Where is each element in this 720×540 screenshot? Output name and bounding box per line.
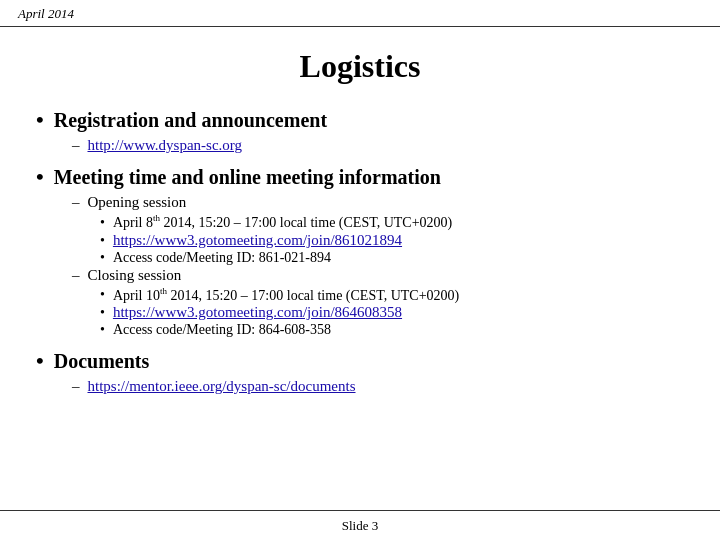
bullet-registration: • Registration and announcement – http:/… (36, 107, 684, 154)
bullet-documents: • Documents – https://mentor.ieee.org/dy… (36, 348, 684, 395)
bottom-bar: Slide 3 (0, 510, 720, 540)
sub-item-closing: – Closing session (72, 267, 684, 284)
link-dyspan[interactable]: http://www.dyspan-sc.org (88, 137, 243, 154)
bullet-text-registration: Registration and announcement (54, 109, 327, 132)
slide-content: Logistics • Registration and announcemen… (0, 30, 720, 510)
slide-date-label: April 2014 (18, 6, 74, 22)
bullet-dot-documents: • (36, 348, 44, 374)
bullet-opening-link: • (100, 233, 105, 249)
closing-link-item: • https://www3.gotomeeting.com/join/8646… (100, 304, 684, 321)
link-gotomeeting-opening[interactable]: https://www3.gotomeeting.com/join/861021… (113, 232, 402, 249)
opening-access-text: Access code/Meeting ID: 861-021-894 (113, 250, 331, 266)
bullet-text-meeting: Meeting time and online meeting informat… (54, 166, 441, 189)
bullet-meeting: • Meeting time and online meeting inform… (36, 164, 684, 338)
opening-link-item: • https://www3.gotomeeting.com/join/8610… (100, 232, 684, 249)
top-bar: April 2014 (0, 0, 720, 27)
slide-number: Slide 3 (342, 518, 378, 534)
opening-date: • April 8th 2014, 15:20 – 17:00 local ti… (100, 213, 684, 231)
bullet-opening-access: • (100, 250, 105, 266)
dash-registration: – (72, 137, 80, 154)
bullet-closing-date: • (100, 287, 105, 303)
opening-session-label: Opening session (88, 194, 187, 211)
opening-access-item: • Access code/Meeting ID: 861-021-894 (100, 250, 684, 266)
dash-documents: – (72, 378, 80, 395)
bullet-dot-registration: • (36, 107, 44, 133)
bullet-text-documents: Documents (54, 350, 150, 373)
sub-item-documents-link: – https://mentor.ieee.org/dyspan-sc/docu… (72, 378, 684, 395)
dash-opening: – (72, 194, 80, 211)
opening-date-text: April 8th 2014, 15:20 – 17:00 local time… (113, 213, 452, 231)
bullet-main-meeting: • Meeting time and online meeting inform… (36, 164, 684, 190)
opening-sup: th (153, 213, 160, 223)
closing-date-text: April 10th 2014, 15:20 – 17:00 local tim… (113, 286, 459, 304)
sub-item-opening: – Opening session (72, 194, 684, 211)
sub-sub-list-opening: • April 8th 2014, 15:20 – 17:00 local ti… (100, 213, 684, 266)
dash-closing: – (72, 267, 80, 284)
link-gotomeeting-closing[interactable]: https://www3.gotomeeting.com/join/864608… (113, 304, 402, 321)
link-mentor-ieee[interactable]: https://mentor.ieee.org/dyspan-sc/docume… (88, 378, 356, 395)
closing-access-item: • Access code/Meeting ID: 864-608-358 (100, 322, 684, 338)
bullet-main-documents: • Documents (36, 348, 684, 374)
bullet-opening-date: • (100, 215, 105, 231)
closing-access-text: Access code/Meeting ID: 864-608-358 (113, 322, 331, 338)
bullet-main-registration: • Registration and announcement (36, 107, 684, 133)
sub-item-registration-link: – http://www.dyspan-sc.org (72, 137, 684, 154)
closing-sup: th (160, 286, 167, 296)
sub-list-registration: – http://www.dyspan-sc.org (72, 137, 684, 154)
closing-date: • April 10th 2014, 15:20 – 17:00 local t… (100, 286, 684, 304)
sub-list-meeting: – Opening session • April 8th 2014, 15:2… (72, 194, 684, 338)
slide-title: Logistics (36, 48, 684, 85)
bullet-closing-link: • (100, 305, 105, 321)
sub-sub-list-closing: • April 10th 2014, 15:20 – 17:00 local t… (100, 286, 684, 339)
sub-list-documents: – https://mentor.ieee.org/dyspan-sc/docu… (72, 378, 684, 395)
bullet-closing-access: • (100, 322, 105, 338)
closing-session-label: Closing session (88, 267, 182, 284)
bullet-dot-meeting: • (36, 164, 44, 190)
